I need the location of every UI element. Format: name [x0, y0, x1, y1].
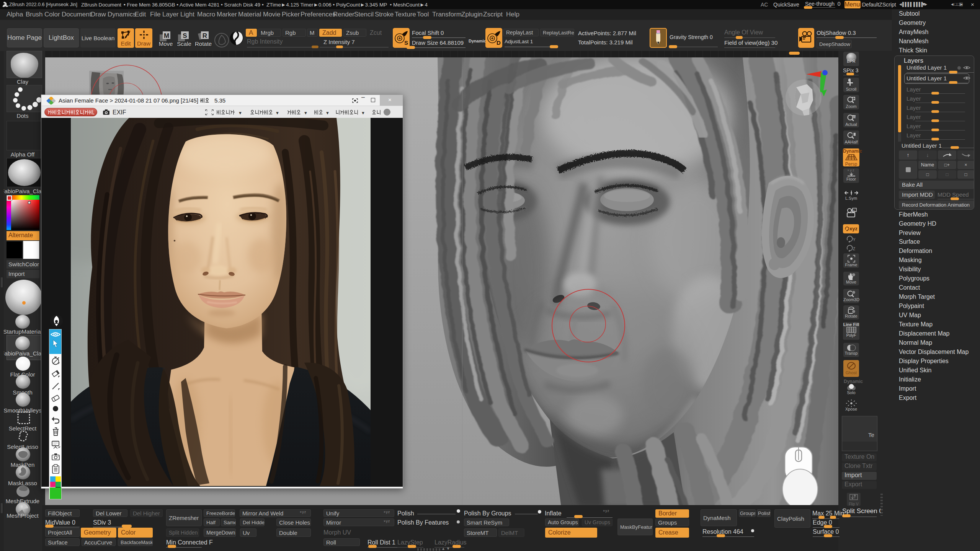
svg-text:Z: Z	[853, 247, 855, 251]
svg-text:S: S	[404, 39, 408, 46]
svg-text:M: M	[164, 32, 169, 39]
svg-text:D: D	[497, 39, 501, 46]
svg-text:Y: Y	[853, 238, 856, 242]
svg-text:R: R	[203, 32, 207, 39]
svg-text:S: S	[183, 32, 187, 39]
svg-text:c: c	[853, 209, 855, 212]
svg-text:x1: x1	[853, 115, 856, 119]
